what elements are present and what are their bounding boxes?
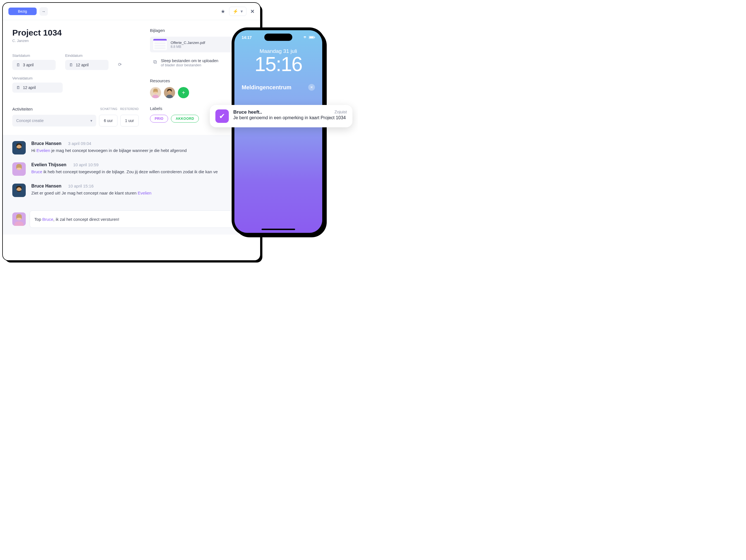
battery-icon	[309, 35, 315, 40]
estimate-value[interactable]: 6 uur	[99, 115, 117, 127]
notification-text: Je bent genoemd in een opmerking in kaar…	[233, 115, 347, 121]
calendar-icon: 🗓	[16, 85, 20, 90]
mention[interactable]: Evelien	[138, 191, 151, 195]
app-icon: ✔	[216, 109, 229, 123]
comment-time: 3 april 09:04	[68, 141, 91, 146]
comment-author: Bruce Hansen	[31, 184, 61, 189]
start-date-input[interactable]: 🗓 3 april	[12, 60, 56, 70]
add-resource-button[interactable]: +	[178, 87, 189, 98]
phone-status-time: 14:17	[242, 35, 252, 40]
wifi-icon	[303, 35, 307, 40]
comment: Evelien Thijssen 10 april 10:59 Bruce ik…	[12, 162, 251, 176]
end-date-input[interactable]: 🗓 12 april	[65, 60, 109, 70]
svg-rect-8	[314, 37, 315, 38]
lightning-icon: ⚡	[233, 9, 238, 14]
document-icon	[153, 39, 167, 50]
phone-mockup: 14:17 Maandag 31 juli 15:16 Meldingencen…	[232, 28, 324, 235]
mention[interactable]: Evelien	[36, 148, 50, 153]
star-icon[interactable]: ★	[221, 8, 225, 15]
copy-icon: ⧉	[153, 59, 157, 65]
comment-avatar	[12, 162, 26, 176]
remaining-value[interactable]: 1 uur	[120, 115, 139, 127]
mention[interactable]: Bruce	[31, 169, 42, 174]
comment-avatar	[12, 141, 26, 155]
compose-input[interactable]: Top Bruce, ik zal het concept direct ver…	[30, 211, 251, 228]
upload-title: Sleep bestanden om te uploaden	[161, 58, 219, 63]
comment-time: 10 april 15:16	[68, 184, 94, 189]
calendar-icon: 🗓	[16, 63, 20, 67]
compose-text: Top Bruce, ik zal het concept direct ver…	[34, 217, 119, 222]
activity-select-value: Concept creatie	[16, 118, 44, 123]
start-date-label: Startdatum	[12, 53, 56, 58]
project-card: Bezig → ★ ⚡ ▾ ✕ Project 1034 C. Janzen S…	[3, 3, 260, 260]
compose-row: Top Bruce, ik zal het concept direct ver…	[3, 211, 260, 234]
comment-author: Bruce Hansen	[31, 141, 61, 146]
comment: Bruce Hansen 3 april 09:04 Hi Evelien je…	[12, 141, 251, 155]
compose-avatar	[12, 213, 26, 226]
end-date-label: Einddatum	[65, 53, 109, 58]
start-date-value: 3 april	[23, 63, 34, 67]
svg-rect-7	[309, 36, 314, 38]
plus-icon: +	[182, 89, 185, 96]
comment-text: Ziet er goed uit! Je mag het concept naa…	[31, 190, 251, 196]
phone-time: 15:16	[234, 53, 322, 76]
activities-title: Activiteiten	[12, 107, 33, 111]
dynamic-island	[264, 34, 292, 41]
comment: Bruce Hansen 10 april 15:16 Ziet er goed…	[12, 184, 251, 197]
status-next-button[interactable]: →	[39, 7, 48, 16]
resource-avatar[interactable]	[164, 87, 175, 98]
end-date-value: 12 april	[76, 63, 89, 67]
comment-text: Bruce ik heb het concept toegevoegd in d…	[31, 169, 251, 175]
col-remaining: RESTEREND	[120, 108, 139, 111]
comment-time: 10 april 10:59	[73, 162, 98, 167]
comment-author: Evelien Thijssen	[31, 162, 66, 167]
due-date-input[interactable]: 🗓 12 april	[12, 83, 63, 93]
notification-center-title: Meldingencentrum	[242, 84, 291, 91]
notification-card[interactable]: ✔ Bruce heeft.. Zojuist Je bent genoemd …	[210, 105, 352, 127]
notification-center-close[interactable]: ✕	[308, 84, 315, 91]
close-icon: ✕	[310, 85, 313, 89]
comment-avatar	[12, 184, 26, 197]
col-estimate: SCHATTING	[100, 108, 117, 111]
activity-select[interactable]: Concept creatie ▾	[12, 115, 96, 127]
checkmark-icon: ✔	[219, 112, 225, 121]
comment-text: Hi Evelien je mag het concept toevoegen …	[31, 148, 251, 153]
chevron-down-icon: ▾	[240, 9, 243, 14]
notification-time: Zojuist	[335, 109, 347, 115]
refresh-icon[interactable]: ⟳	[118, 62, 122, 67]
calendar-icon: 🗓	[69, 63, 73, 67]
home-indicator	[261, 229, 295, 230]
attachments-title: Bijlagen	[150, 28, 251, 33]
status-pill[interactable]: Bezig	[8, 7, 37, 15]
topbar: Bezig → ★ ⚡ ▾ ✕	[3, 3, 260, 20]
comments-section: Bruce Hansen 3 april 09:04 Hi Evelien je…	[3, 135, 260, 211]
attachment-name: Offerte_C.Janzen.pdf	[171, 40, 205, 45]
label-prio[interactable]: PRIO	[150, 115, 168, 122]
project-owner: C. Janzen	[12, 38, 139, 43]
close-button[interactable]: ✕	[250, 8, 255, 15]
due-date-value: 12 april	[23, 85, 36, 90]
resource-avatar[interactable]	[150, 87, 161, 98]
attachment-size: 8.8 MB	[171, 45, 205, 49]
notification-title: Bruce heeft..	[233, 109, 262, 115]
arrow-right-icon: →	[41, 9, 46, 14]
upload-subtitle: of blader door bestanden	[161, 63, 219, 67]
project-title: Project 1034	[12, 28, 139, 37]
due-date-label: Vervaldatum	[12, 76, 139, 80]
actions-dropdown[interactable]: ⚡ ▾	[229, 7, 247, 16]
chevron-down-icon: ▾	[90, 118, 92, 123]
label-akkoord[interactable]: AKKOORD	[171, 115, 199, 122]
